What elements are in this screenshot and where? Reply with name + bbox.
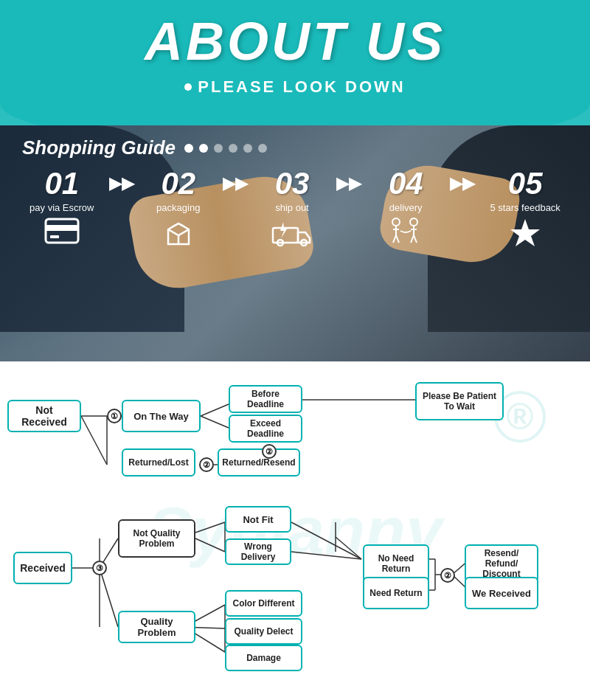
circle-2c: ② [440,568,455,583]
arrows-4: ▶▶ [450,174,475,193]
step-3: 03 ship out [263,168,322,254]
svg-line-12 [201,416,229,428]
svg-line-22 [195,522,225,533]
shopping-guide: Shoppiing Guide 01 pay via Escrow [0,136,590,257]
guide-title: Shoppiing Guide [22,136,568,159]
not-quality-problem-box: Not Quality Problem [118,519,195,558]
dot-1 [184,144,193,153]
not-received-box: Not Received [7,400,81,432]
bottom-section: Synianny ® [0,361,590,700]
step-5-label: 5 stars feedback [490,202,560,213]
dot-2 [199,144,208,153]
we-received-box: We Received [465,577,538,609]
svg-line-14 [81,416,107,465]
wrong-delivery-box: Wrong Delivery [225,538,291,565]
damage-box: Damage [225,645,302,671]
step-1: 01 pay via Escrow [30,168,94,251]
not-fit-box: Not Fit [225,506,291,533]
before-deadline-box: Before Deadline [229,385,302,413]
step-2-icon [162,218,195,257]
dot-6 [258,144,267,153]
svg-line-11 [201,404,229,416]
top-section: ABOUT US PLEASE LOOK DOWN Shoppiing Guid… [0,0,590,361]
step-1-num: 01 [44,168,79,199]
step-4-label: delivery [389,202,423,213]
step-3-label: ship out [275,202,309,213]
step-3-icon [271,218,313,254]
received-box: Received [13,552,72,584]
quality-problem-box: Quality Problem [118,611,195,643]
arrows-3: ▶▶ [336,174,361,193]
svg-rect-2 [50,235,59,238]
svg-line-20 [100,568,118,627]
svg-point-7 [410,218,417,226]
dot-5 [243,144,252,153]
color-different-box: Color Different [225,590,302,617]
svg-rect-1 [46,225,78,231]
svg-point-6 [392,218,400,226]
step-4-icon [387,218,424,257]
svg-line-23 [195,538,225,552]
subtitle: PLEASE LOOK DOWN [0,77,590,97]
dot-3 [214,144,223,153]
step-2-label: packaging [156,202,200,213]
returned-resend-box: Returned/Resend [218,448,300,477]
need-return-box: Need Return [363,577,429,609]
circle-2b: ② [199,457,214,472]
step-5-num: 05 [508,168,543,199]
circle-2a: ② [262,444,277,459]
step-2-num: 02 [161,168,195,199]
dot-4 [229,144,237,153]
arrows-1: ▶▶ [109,174,134,193]
svg-line-26 [291,552,361,559]
steps-row: 01 pay via Escrow ▶▶ 02 packaging [22,168,568,257]
svg-line-25 [291,522,361,559]
step-3-num: 03 [275,168,310,199]
arrows-2: ▶▶ [223,174,248,193]
please-be-patient-box: Please Be Patient To Wait [415,382,504,420]
circle-1: ① [107,409,122,423]
returned-lost-box: Returned/Lost [122,448,195,477]
step-5: 05 5 stars feedback [490,168,560,257]
bullet-dot [184,83,192,91]
step-4-num: 04 [389,168,423,199]
guide-dots [184,144,267,153]
exceed-deadline-box: Exceed Deadline [229,415,302,443]
step-5-icon [508,218,542,257]
step-4: 04 delivery [376,168,435,257]
on-the-way-box: On The Way [122,400,201,432]
quality-defect-box: Quality Delect [225,618,302,645]
step-2: 02 packaging [149,168,208,257]
svg-marker-8 [510,219,540,246]
step-1-label: pay via Escrow [30,202,94,213]
step-1-icon [44,218,80,251]
circle-3: ③ [92,561,107,575]
about-us-title: ABOUT US [0,11,590,72]
